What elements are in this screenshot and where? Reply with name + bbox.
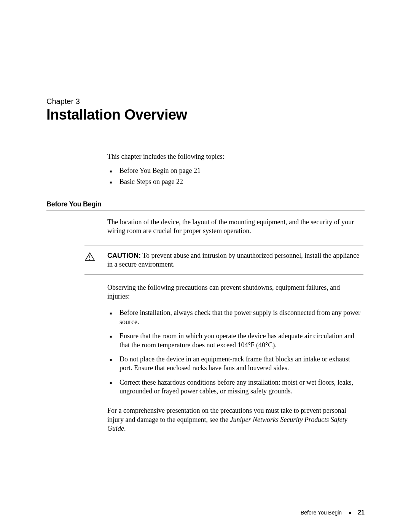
intro-text: This chapter includes the following topi… — [107, 153, 363, 161]
page-content: Chapter 3 Installation Overview This cha… — [0, 0, 411, 433]
footer-page-number: 21 — [358, 509, 365, 516]
precautions-list: Before installation, always check that t… — [107, 308, 363, 396]
caution-body: To prevent abuse and intrusion by unauth… — [107, 252, 359, 268]
footer-bullet-icon: ■ — [349, 511, 351, 515]
precaution-item: Ensure that the room in which you operat… — [107, 332, 363, 350]
caution-text: CAUTION: To prevent abuse and intrusion … — [107, 251, 363, 269]
section-body: The location of the device, the layout o… — [107, 218, 363, 236]
section-header: Before You Begin — [46, 200, 365, 211]
precautions-intro: Observing the following precautions can … — [107, 283, 363, 301]
intro-block: This chapter includes the following topi… — [107, 153, 363, 186]
section-title: Before You Begin — [46, 200, 365, 208]
precaution-item: Before installation, always check that t… — [107, 308, 363, 326]
footer-section: Before You Begin — [301, 510, 342, 516]
closing-after: . — [124, 425, 126, 432]
topic-item: Before You Begin on page 21 — [107, 167, 363, 175]
caution-box: CAUTION: To prevent abuse and intrusion … — [84, 246, 363, 275]
caution-label: CAUTION: — [107, 252, 141, 259]
chapter-label: Chapter 3 — [46, 97, 365, 106]
page-footer: Before You Begin ■ 21 — [301, 509, 365, 516]
svg-point-1 — [89, 259, 90, 260]
topic-item: Basic Steps on page 22 — [107, 178, 363, 186]
location-text: The location of the device, the layout o… — [107, 218, 363, 236]
chapter-title: Installation Overview — [46, 107, 365, 123]
caution-icon — [84, 252, 95, 261]
section-rule — [46, 211, 365, 211]
closing-text: For a comprehensive presentation on the … — [107, 406, 363, 433]
precaution-item: Correct these hazardous conditions befor… — [107, 378, 363, 396]
topic-list: Before You Begin on page 21 Basic Steps … — [107, 167, 363, 186]
precaution-item: Do not place the device in an equipment-… — [107, 355, 363, 373]
